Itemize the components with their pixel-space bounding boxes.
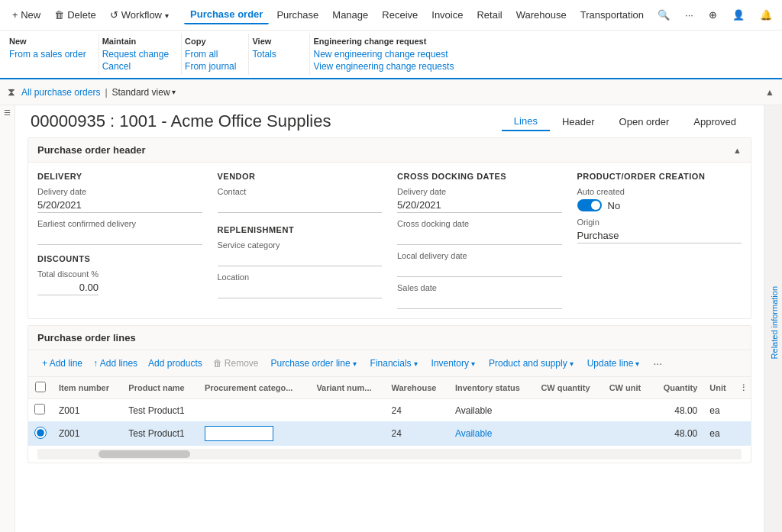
add-line-button[interactable]: + Add line bbox=[37, 356, 87, 371]
lines-section-header: Purchase order lines bbox=[28, 326, 751, 350]
table-row: Z001 Test Product1 24 Available 48.00 bbox=[28, 421, 751, 446]
page-header: 00000935 : 1001 - Acme Office Supplies L… bbox=[15, 105, 764, 134]
breadcrumb-link[interactable]: All purchase orders bbox=[21, 87, 100, 98]
toggle-label: No bbox=[608, 200, 621, 211]
purchase-order-line-button[interactable]: Purchase order line bbox=[265, 356, 363, 371]
tab-approved[interactable]: Approved bbox=[681, 113, 748, 131]
toggle-knob bbox=[591, 201, 600, 210]
row1-checkbox[interactable] bbox=[34, 404, 45, 414]
ribbon-from-sales-order[interactable]: From a sales order bbox=[9, 49, 86, 60]
nav-receive[interactable]: Receive bbox=[376, 6, 424, 24]
row2-variant bbox=[310, 421, 385, 446]
row2-options bbox=[735, 421, 751, 446]
col-header-product-name: Product name bbox=[122, 377, 199, 399]
ribbon-group-maintain-title: Maintain bbox=[102, 37, 169, 46]
remove-button[interactable]: 🗑 Remove bbox=[208, 356, 263, 371]
row2-radio-cell[interactable] bbox=[28, 421, 53, 446]
search-button[interactable]: 🔍 bbox=[651, 6, 676, 24]
select-all-checkbox[interactable] bbox=[35, 382, 46, 392]
left-collapse-panel[interactable]: ☰ bbox=[0, 105, 15, 532]
section-header[interactable]: Purchase order header ▲ bbox=[28, 138, 751, 163]
ribbon-group-copy: Copy From all From journal bbox=[182, 34, 249, 75]
location-label: Location bbox=[218, 272, 383, 282]
nav-transportation[interactable]: Transportation bbox=[574, 6, 650, 24]
auto-created-toggle[interactable] bbox=[577, 199, 602, 211]
ribbon-group-ecr: Engineering change request New engineeri… bbox=[310, 34, 466, 75]
row1-cw-unit bbox=[603, 399, 652, 422]
ribbon-request-change[interactable]: Request change bbox=[102, 49, 169, 60]
nav-retail[interactable]: Retail bbox=[470, 6, 508, 24]
cross-delivery-date-label: Delivery date bbox=[397, 187, 562, 196]
ribbon-view-ecr[interactable]: View engineering change requests bbox=[313, 61, 454, 72]
header-row: Item number Product name Procurement cat… bbox=[28, 377, 751, 399]
delivery-date-input[interactable] bbox=[37, 198, 202, 213]
cross-docking-title: CROSS DOCKING DATES bbox=[397, 172, 562, 181]
nav-purchase-order[interactable]: Purchase order bbox=[184, 5, 269, 24]
product-order-col: PRODUCT/ORDER CREATION Auto created No bbox=[577, 172, 742, 309]
delete-button[interactable]: 🗑 Delete bbox=[48, 6, 102, 24]
local-delivery-value bbox=[397, 262, 562, 277]
service-category-label: Service category bbox=[218, 240, 383, 250]
more-button[interactable]: ··· bbox=[679, 6, 700, 24]
add-lines-button[interactable]: ↑ Add lines bbox=[89, 356, 142, 371]
inventory-button[interactable]: Inventory bbox=[425, 356, 481, 371]
section-body: DELIVERY Delivery date Earliest confirme… bbox=[28, 163, 751, 318]
sales-date-field: Sales date bbox=[397, 283, 562, 309]
collapse-panel-button[interactable]: ▲ bbox=[765, 87, 774, 98]
right-panel[interactable]: Related information bbox=[764, 105, 782, 532]
ribbon-group-ecr-items: New engineering change request View engi… bbox=[313, 49, 454, 72]
col-header-quantity: Quantity bbox=[652, 377, 704, 399]
cross-delivery-date-input[interactable] bbox=[397, 198, 562, 213]
row1-item-number: Z001 bbox=[53, 399, 122, 422]
col-header-variant: Variant num... bbox=[310, 377, 385, 399]
col-header-procurement: Procurement catego... bbox=[199, 377, 311, 399]
new-button[interactable]: + New bbox=[6, 6, 47, 24]
sales-date-value bbox=[397, 294, 562, 309]
ribbon-group-view-items: Totals bbox=[252, 49, 297, 60]
nav-invoice[interactable]: Invoice bbox=[425, 6, 469, 24]
tab-header[interactable]: Header bbox=[550, 113, 607, 131]
nav-manage[interactable]: Manage bbox=[326, 6, 374, 24]
row2-cw-quantity bbox=[535, 421, 603, 446]
col-header-options: ⋮ bbox=[735, 377, 751, 399]
more-options-button[interactable]: ··· bbox=[647, 355, 668, 372]
ribbon-from-journal[interactable]: From journal bbox=[185, 61, 236, 72]
page-title: 00000935 : 1001 - Acme Office Supplies bbox=[31, 111, 331, 131]
financials-button[interactable]: Financials bbox=[364, 356, 424, 371]
workflow-button[interactable]: ↺ Workflow bbox=[104, 6, 175, 24]
tab-open-order[interactable]: Open order bbox=[607, 113, 682, 131]
ribbon-cancel[interactable]: Cancel bbox=[102, 61, 169, 72]
ribbon-totals[interactable]: Totals bbox=[252, 49, 297, 60]
row1-checkbox-cell[interactable] bbox=[28, 399, 53, 422]
ribbon-new-ecr[interactable]: New engineering change request bbox=[313, 49, 454, 60]
scrollbar-thumb[interactable] bbox=[99, 450, 190, 458]
tab-lines[interactable]: Lines bbox=[502, 112, 550, 131]
update-line-chevron-icon bbox=[635, 358, 639, 369]
delete-icon: 🗑 bbox=[54, 9, 64, 21]
settings-button[interactable]: ⊕ bbox=[703, 6, 723, 24]
remove-icon: 🗑 bbox=[213, 358, 222, 369]
horizontal-scrollbar[interactable] bbox=[37, 449, 742, 459]
col-header-warehouse: Warehouse bbox=[386, 377, 449, 399]
delivery-date-field: Delivery date bbox=[37, 187, 202, 213]
auto-created-field: Auto created No bbox=[577, 187, 742, 211]
ribbon-from-all[interactable]: From all bbox=[185, 49, 236, 60]
vendor-group-title: VENDOR bbox=[218, 172, 383, 181]
product-supply-button[interactable]: Product and supply bbox=[483, 356, 580, 371]
cross-docking-date-value bbox=[397, 230, 562, 245]
ribbon-group-new-title: New bbox=[9, 37, 86, 46]
profile-button[interactable]: 👤 bbox=[726, 6, 751, 24]
filter-icon[interactable]: ⧗ bbox=[8, 85, 15, 98]
standard-view-selector[interactable]: Standard view ▾ bbox=[112, 87, 176, 98]
update-line-button[interactable]: Update line bbox=[581, 356, 646, 371]
procurement-edit-input[interactable] bbox=[205, 426, 273, 441]
notification-button[interactable]: 🔔 bbox=[754, 6, 778, 24]
nav-purchase[interactable]: Purchase bbox=[270, 6, 325, 24]
nav-warehouse[interactable]: Warehouse bbox=[510, 6, 573, 24]
row1-cw-quantity bbox=[535, 399, 603, 422]
add-products-button[interactable]: Add products bbox=[144, 356, 207, 371]
delivery-group-title: DELIVERY bbox=[37, 172, 202, 181]
cross-docking-date-field: Cross docking date bbox=[397, 219, 562, 245]
row2-procurement-edit[interactable] bbox=[199, 421, 311, 446]
row2-radio[interactable] bbox=[34, 427, 47, 439]
